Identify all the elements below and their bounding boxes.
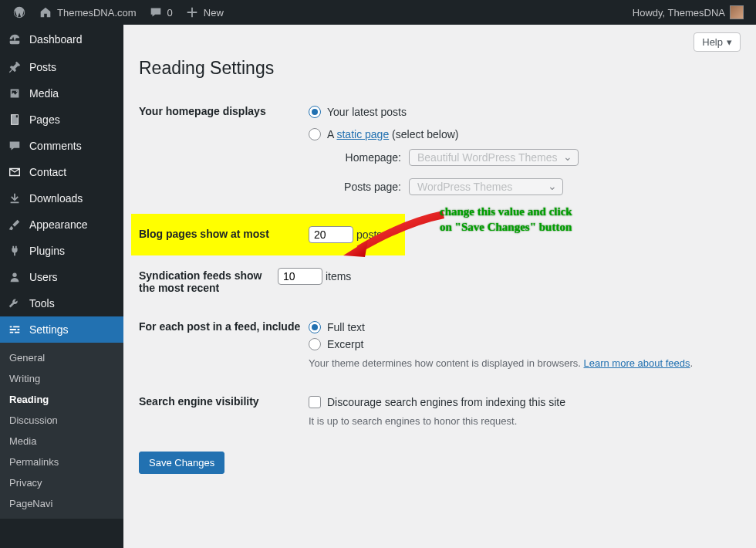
dashboard-icon [8, 32, 22, 46]
plus-icon [185, 5, 199, 19]
radio-excerpt[interactable] [309, 338, 321, 350]
sidebar-item-settings[interactable]: Settings [0, 316, 123, 343]
comments-link[interactable]: 0 [143, 0, 179, 25]
wp-logo[interactable] [6, 0, 32, 25]
learn-more-feeds-link[interactable]: Learn more about feeds [583, 357, 690, 369]
new-label: New [204, 7, 224, 19]
sidebar-item-users[interactable]: Users [0, 264, 123, 290]
comments-count: 0 [167, 7, 173, 19]
feed-desc: Your theme determines how content is dis… [309, 353, 741, 369]
user-icon [8, 270, 22, 284]
radio-latest-posts[interactable] [309, 106, 321, 118]
comment-icon [8, 139, 22, 153]
search-desc: It is up to search engines to honor this… [309, 411, 741, 427]
syndication-unit: items [326, 270, 351, 282]
wrench-icon [8, 296, 22, 310]
new-content-link[interactable]: New [179, 0, 230, 25]
sidebar-item-label: Pages [29, 113, 60, 126]
submenu-item-discussion[interactable]: Discussion [0, 410, 123, 431]
sidebar-item-label: Tools [29, 297, 55, 310]
sidebar-item-label: Downloads [29, 192, 83, 205]
sidebar-item-label: Settings [29, 323, 69, 336]
submenu-item-pagenavi[interactable]: PageNavi [0, 493, 123, 514]
row-homepage-displays: Your homepage displays Your latest posts… [139, 91, 741, 214]
label-homepage-displays: Your homepage displays [139, 103, 309, 117]
help-button[interactable]: Help▾ [694, 32, 741, 52]
label-search-visibility: Search engine visibility [139, 394, 309, 408]
row-feed-content: For each post in a feed, include Full te… [139, 306, 741, 381]
homepage-select[interactable]: Beautiful WordPress Themes [409, 149, 579, 166]
submenu-item-permalinks[interactable]: Permalinks [0, 452, 123, 472]
user-greeting[interactable]: Howdy, ThemesDNA [626, 0, 750, 25]
download-icon [8, 191, 22, 205]
label-postspage-select: Posts page: [339, 181, 401, 193]
label-blog-pages: Blog pages show at most [139, 226, 309, 240]
label-excerpt: Excerpt [327, 338, 363, 350]
sidebar-item-label: Posts [29, 61, 56, 73]
radio-full-text[interactable] [309, 321, 321, 333]
radio-static-page[interactable] [309, 128, 321, 140]
static-page-link[interactable]: static page [336, 128, 389, 140]
sidebar-item-plugins[interactable]: Plugins [0, 238, 123, 264]
submenu-item-writing[interactable]: Writing [0, 368, 123, 389]
submenu-item-general[interactable]: General [0, 347, 123, 368]
brush-icon [8, 218, 22, 232]
label-discourage-search: Discourage search engines from indexing … [327, 396, 565, 408]
comment-icon [149, 5, 163, 19]
blog-pages-input[interactable] [309, 226, 353, 243]
label-latest-posts: Your latest posts [327, 106, 407, 118]
label-full-text: Full text [327, 321, 365, 333]
sidebar-item-label: Dashboard [29, 33, 83, 46]
sidebar-item-tools[interactable]: Tools [0, 290, 123, 316]
pages-icon [8, 113, 22, 127]
sidebar-item-comments[interactable]: Comments [0, 133, 123, 159]
label-static-page: A static page (select below) [327, 128, 458, 140]
plug-icon [8, 244, 22, 258]
site-name-link[interactable]: ThemesDNA.com [32, 0, 143, 25]
sidebar-item-dashboard[interactable]: Dashboard [0, 25, 123, 54]
sidebar-item-label: Contact [29, 166, 66, 178]
blog-pages-unit: posts [356, 228, 382, 241]
email-icon [8, 165, 22, 179]
admin-sidebar: DashboardPostsMediaPagesCommentsContactD… [0, 25, 123, 548]
sidebar-item-appearance[interactable]: Appearance [0, 211, 123, 238]
row-syndication: Syndication feeds show the most recent i… [139, 255, 741, 306]
row-search-visibility: Search engine visibility Discourage sear… [139, 381, 741, 439]
settings-submenu: GeneralWritingReadingDiscussionMediaPerm… [0, 343, 123, 519]
sidebar-item-media[interactable]: Media [0, 80, 123, 107]
sidebar-item-posts[interactable]: Posts [0, 54, 123, 80]
syndication-input[interactable] [278, 268, 322, 285]
postspage-select[interactable]: WordPress Themes [409, 178, 563, 195]
sidebar-item-label: Appearance [29, 218, 88, 231]
chevron-down-icon: ▾ [727, 36, 732, 48]
sidebar-item-label: Media [29, 87, 59, 100]
label-feed-content: For each post in a feed, include [139, 319, 309, 333]
page-title: Reading Settings [139, 52, 741, 91]
admin-bar: ThemesDNA.com 0 New Howdy, ThemesDNA [0, 0, 756, 25]
sidebar-item-label: Users [29, 271, 58, 283]
sidebar-item-downloads[interactable]: Downloads [0, 185, 123, 211]
content-area: Help▾ Reading Settings Your homepage dis… [123, 25, 756, 548]
home-icon [39, 5, 52, 19]
media-icon [8, 86, 22, 100]
label-syndication: Syndication feeds show the most recent [139, 268, 278, 294]
submenu-item-privacy[interactable]: Privacy [0, 472, 123, 493]
row-blog-pages: Blog pages show at most posts [131, 214, 405, 255]
sliders-icon [8, 323, 22, 337]
site-name: ThemesDNA.com [57, 7, 137, 19]
save-changes-button[interactable]: Save Changes [139, 452, 224, 474]
wordpress-icon [12, 5, 26, 19]
label-homepage-select: Homepage: [339, 151, 401, 164]
sidebar-item-contact[interactable]: Contact [0, 159, 123, 185]
submenu-item-reading[interactable]: Reading [0, 389, 123, 410]
pin-icon [8, 60, 22, 74]
sidebar-item-label: Plugins [29, 245, 65, 257]
checkbox-discourage-search[interactable] [309, 396, 321, 408]
sidebar-item-label: Comments [29, 140, 82, 152]
avatar [730, 5, 744, 19]
submenu-item-media[interactable]: Media [0, 431, 123, 452]
sidebar-item-pages[interactable]: Pages [0, 107, 123, 133]
